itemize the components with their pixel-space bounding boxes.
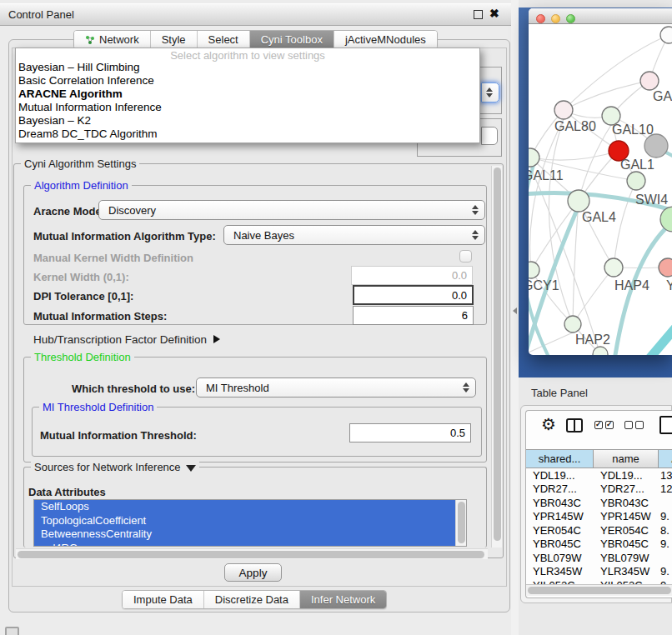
panel-splitter[interactable] <box>511 0 519 635</box>
splitter-collapse-arrow-icon[interactable] <box>513 308 517 314</box>
network-node-node-gray[interactable] <box>644 134 668 158</box>
table-row[interactable]: YBR043C YBR043C <box>526 496 672 510</box>
mi-threshold-field[interactable]: 0.5 <box>349 423 471 442</box>
network-node-node-mid[interactable] <box>627 172 645 190</box>
combo-arrows-icon <box>472 205 479 215</box>
table-row[interactable]: YBL079W YBL079W <box>526 551 672 565</box>
aracne-mode-combo[interactable]: Discovery <box>98 200 485 220</box>
tab-network[interactable]: Network <box>74 31 151 48</box>
network-node-node-salmon[interactable] <box>659 258 672 277</box>
apply-button[interactable]: Apply <box>224 563 282 582</box>
checkbox-checked-icon[interactable] <box>594 421 603 429</box>
data-attribute-item[interactable]: BetweennessCentrality <box>34 528 456 542</box>
float-window-icon[interactable] <box>474 10 483 19</box>
close-window-icon[interactable]: ✖ <box>489 7 499 20</box>
data-attribute-item[interactable]: SelfLoops <box>34 500 456 514</box>
algorithm-option[interactable]: Dream8 DC_TDC Algorithm <box>16 128 479 141</box>
network-edge <box>530 151 619 160</box>
network-view-window[interactable]: GALGAL80GAL10GAL1GAL11SWI4GAL4GCY1HAP4YH… <box>529 8 672 355</box>
settings-horizontal-scrollbar[interactable] <box>16 548 488 559</box>
network-node-SWI4[interactable] <box>660 207 672 232</box>
table-horizontal-scrollbar[interactable] <box>526 584 672 596</box>
table-row[interactable]: YLR345W YLR345W 9. <box>526 565 672 579</box>
network-canvas[interactable]: GALGAL80GAL10GAL1GAL11SWI4GAL4GCY1HAP4YH… <box>529 24 672 355</box>
network-node-label: GCY1 <box>529 278 559 292</box>
algorithm-option[interactable]: Basic Correlation Inference <box>16 74 479 88</box>
gear-icon[interactable]: ⚙ <box>541 416 556 432</box>
table-row[interactable]: YBR045C YBR045C 9. <box>526 538 672 552</box>
dropdown-prompt: Select algorithm to view settings <box>16 48 479 61</box>
network-node-GCY1[interactable] <box>529 262 539 278</box>
algorithm-option[interactable]: Mutual Information Inference <box>16 101 479 114</box>
algorithm-combo-fragment[interactable] <box>481 82 499 102</box>
table-row[interactable]: YPR145W YPR145W 9. <box>526 510 672 524</box>
manual-kernel-checkbox[interactable] <box>459 250 472 262</box>
checkbox-unchecked-icon[interactable] <box>635 421 644 429</box>
combo-fragment[interactable] <box>481 127 498 145</box>
table-row[interactable]: YER054C YER054C 8. <box>526 523 672 538</box>
network-node-node-bottom[interactable] <box>593 347 608 355</box>
table-rows: YDL19... YDL19... 13 YDR27... YDR27... 1… <box>526 468 672 584</box>
mi-algorithm-type-combo[interactable]: Naive Bayes <box>223 225 485 245</box>
settings-vertical-scrollbar[interactable] <box>491 166 502 548</box>
tab-style[interactable]: Style <box>151 31 198 48</box>
network-node-GAL4[interactable] <box>568 190 589 212</box>
column-header-shared-name[interactable]: shared... <box>526 450 594 468</box>
table-row[interactable]: YDR27... YDR27... 12 <box>526 482 672 497</box>
mi-steps-label: Mutual Information Steps: <box>33 310 167 322</box>
data-attribute-item[interactable]: gal4RGexp <box>34 542 456 547</box>
tab-jactivemnodules[interactable]: jActiveMNodules <box>334 31 437 48</box>
algorithm-option[interactable]: Bayesian – K2 <box>16 114 479 128</box>
control-panel-tabs: Network Style Select Cyni Toolbox jActiv… <box>73 30 438 49</box>
tab-select[interactable]: Select <box>198 31 250 48</box>
new-table-icon[interactable] <box>659 416 672 434</box>
sources-group-title[interactable]: Sources for Network Inference <box>31 461 199 473</box>
which-threshold-combo[interactable]: MI Threshold <box>196 378 476 398</box>
aracne-mode-label: Aracne Mode: <box>33 205 105 218</box>
column-header-clipped[interactable]: A <box>659 450 672 468</box>
expand-right-icon <box>213 335 220 343</box>
dpi-tolerance-label: DPI Tolerance [0,1]: <box>33 290 133 302</box>
tab-network-label: Network <box>99 33 139 46</box>
tab-impute-data[interactable]: Impute Data <box>123 591 204 608</box>
kernel-width-field[interactable]: 0.0 <box>351 266 473 285</box>
checkbox-unchecked-icon[interactable] <box>624 421 633 429</box>
attributes-list-scrollbar[interactable] <box>455 500 466 546</box>
algorithm-option[interactable]: ARACNE Algorithm <box>16 88 479 101</box>
close-traffic-light-icon[interactable] <box>536 14 545 23</box>
tab-infer-network[interactable]: Infer Network <box>300 591 386 608</box>
data-attributes-list: SelfLoopsTopologicalCoefficientBetweenne… <box>33 499 467 547</box>
network-node-GAL80[interactable] <box>554 101 573 119</box>
algorithm-options-list: Bayesian – Hill ClimbingBasic Correlatio… <box>16 61 479 141</box>
table-row[interactable]: YIL052C YIL052C 9 <box>526 578 672 584</box>
hub-definition-expander[interactable]: Hub/Transcription Factor Definition <box>33 333 220 346</box>
table-row[interactable]: YDL19... YDL19... 13 <box>526 468 672 482</box>
zoom-traffic-light-icon[interactable] <box>566 14 575 23</box>
network-node-label: GAL11 <box>529 168 564 182</box>
network-window-titlebar[interactable] <box>529 8 672 24</box>
network-node-HAP4[interactable] <box>604 258 623 277</box>
mi-steps-field[interactable]: 6 <box>353 306 474 325</box>
network-node-node-top[interactable] <box>660 27 672 43</box>
docked-panel-icon[interactable] <box>5 627 19 635</box>
network-node-label: GAL <box>653 89 672 103</box>
network-node-HAP2[interactable] <box>564 316 581 332</box>
mi-threshold-group-title: MI Threshold Definition <box>39 401 157 413</box>
column-header-name[interactable]: name <box>594 450 659 468</box>
data-attributes-label: Data Attributes <box>28 486 106 498</box>
which-threshold-value: MI Threshold <box>206 382 269 394</box>
control-panel-window: Control Panel ✖ Network Style Select Cyn… <box>0 0 511 635</box>
tab-discretize-data[interactable]: Discretize Data <box>204 591 300 608</box>
algorithm-option[interactable]: Bayesian – Hill Climbing <box>16 61 479 74</box>
dpi-tolerance-field[interactable]: 0.0 <box>353 285 474 305</box>
network-icon <box>85 35 95 45</box>
table-header: shared... name A <box>526 449 672 468</box>
tab-cyni-toolbox[interactable]: Cyni Toolbox <box>250 31 334 48</box>
data-attribute-item[interactable]: TopologicalCoefficient <box>34 514 456 528</box>
network-node-node-pink-top[interactable] <box>640 72 659 90</box>
minimize-traffic-light-icon[interactable] <box>551 14 560 23</box>
control-panel-titlebar: Control Panel ✖ <box>0 3 511 26</box>
checkbox-checked-icon[interactable] <box>605 421 614 429</box>
threshold-definition-title: Threshold Definition <box>31 351 134 363</box>
split-columns-icon[interactable] <box>566 418 583 432</box>
